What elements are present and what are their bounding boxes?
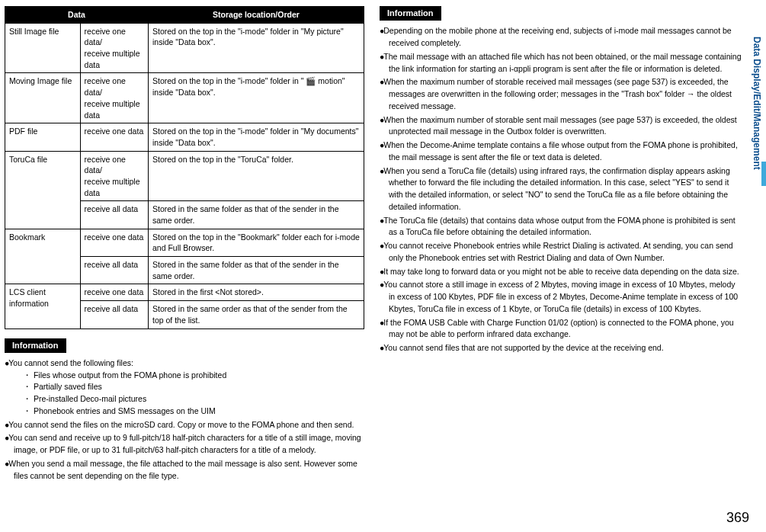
list-item: When the maximum number of storable rece…: [380, 76, 742, 112]
list-item: When the maximum number of storable sent…: [380, 114, 742, 139]
list-item: You can send and receive up to 9 full-pi…: [5, 432, 364, 457]
list-item: You cannot send the files on the microSD…: [5, 419, 364, 431]
table-row: Moving Image file receive one data/ rece…: [5, 73, 364, 123]
table-row: Bookmark receive one data Stored on the …: [5, 229, 364, 256]
side-tab: Data Display/Edit/Management: [748, 30, 764, 176]
information-heading: Information: [5, 338, 66, 353]
table-row: ToruCa file receive one data/ receive mu…: [5, 151, 364, 201]
list-item: You cannot send files that are not suppo…: [380, 342, 742, 354]
right-info-list: Depending on the mobile phone at the rec…: [380, 25, 742, 354]
list-item: The mail message with an attached file w…: [380, 51, 742, 75]
list-item: Depending on the mobile phone at the rec…: [380, 25, 742, 50]
list-item: You cannot send the following files: Fil…: [5, 357, 364, 418]
left-info-list: You cannot send the following files: Fil…: [5, 357, 364, 482]
list-item: You cannot receive Phonebook entries whi…: [380, 240, 742, 264]
list-item: You cannot store a still image in excess…: [380, 279, 742, 315]
list-item: It may take long to forward data or you …: [380, 266, 742, 278]
th-storage: Storage location/Order: [148, 7, 364, 24]
list-item: If the FOMA USB Cable with Charge Functi…: [380, 317, 742, 341]
information-heading: Information: [380, 6, 441, 21]
table-row: LCS client information receive one data …: [5, 284, 364, 301]
table-row: PDF file receive one data Stored on the …: [5, 123, 364, 151]
list-item: When you send a mail message, the file a…: [5, 458, 364, 482]
list-item: The ToruCa file (details) that contains …: [380, 215, 742, 239]
th-data: Data: [5, 7, 149, 24]
table-row: Still Image file receive one data/ recei…: [5, 23, 364, 73]
list-item: When you send a ToruCa file (details) us…: [380, 165, 742, 213]
list-item: When the Decome-Anime template contains …: [380, 139, 742, 164]
page-number: 369: [726, 508, 749, 527]
storage-table: Data Storage location/Order Still Image …: [5, 6, 364, 329]
